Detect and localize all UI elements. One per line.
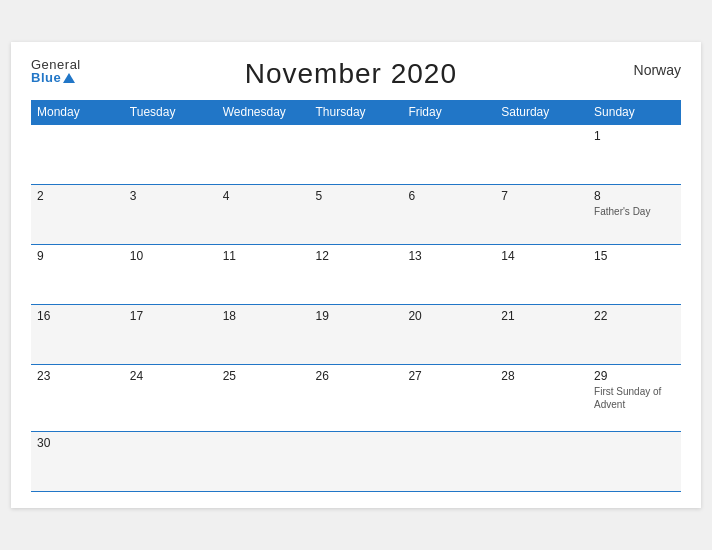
calendar-cell: 8Father's Day [588, 185, 681, 245]
calendar-cell: 4 [217, 185, 310, 245]
day-number: 8 [594, 189, 675, 203]
weekday-header: Tuesday [124, 100, 217, 125]
calendar-cell: 2 [31, 185, 124, 245]
day-number: 21 [501, 309, 582, 323]
day-number: 30 [37, 436, 118, 450]
day-number: 19 [316, 309, 397, 323]
day-number: 20 [408, 309, 489, 323]
day-number: 18 [223, 309, 304, 323]
calendar-cell: 28 [495, 365, 588, 432]
logo-row: Blue [31, 71, 75, 84]
calendar-cell: 6 [402, 185, 495, 245]
day-number: 13 [408, 249, 489, 263]
weekday-header: Thursday [310, 100, 403, 125]
event-label: Father's Day [594, 205, 675, 218]
calendar-cell: 29First Sunday of Advent [588, 365, 681, 432]
day-number: 6 [408, 189, 489, 203]
calendar-container: General Blue November 2020 Norway Monday… [11, 42, 701, 508]
calendar-cell: 24 [124, 365, 217, 432]
day-number: 25 [223, 369, 304, 383]
calendar-cell [217, 432, 310, 492]
day-number: 16 [37, 309, 118, 323]
day-number: 17 [130, 309, 211, 323]
calendar-cell [588, 432, 681, 492]
calendar-cell: 7 [495, 185, 588, 245]
weekday-header: Saturday [495, 100, 588, 125]
calendar-cell: 1 [588, 125, 681, 185]
calendar-cell: 25 [217, 365, 310, 432]
day-number: 22 [594, 309, 675, 323]
weekday-header: Monday [31, 100, 124, 125]
calendar-cell: 27 [402, 365, 495, 432]
calendar-cell [402, 125, 495, 185]
week-row: 9101112131415 [31, 245, 681, 305]
calendar-cell [31, 125, 124, 185]
logo-triangle-icon [63, 73, 75, 83]
day-number: 1 [594, 129, 675, 143]
calendar-cell: 23 [31, 365, 124, 432]
calendar-cell: 13 [402, 245, 495, 305]
day-number: 11 [223, 249, 304, 263]
calendar-cell: 14 [495, 245, 588, 305]
week-row: 30 [31, 432, 681, 492]
day-number: 10 [130, 249, 211, 263]
calendar-body: 12345678Father's Day91011121314151617181… [31, 125, 681, 492]
event-label: First Sunday of Advent [594, 385, 675, 411]
day-number: 26 [316, 369, 397, 383]
month-year-heading: November 2020 [81, 58, 621, 90]
calendar-cell: 22 [588, 305, 681, 365]
calendar-cell: 19 [310, 305, 403, 365]
week-row: 2345678Father's Day [31, 185, 681, 245]
day-number: 9 [37, 249, 118, 263]
calendar-cell [495, 125, 588, 185]
weekday-header: Sunday [588, 100, 681, 125]
calendar-cell: 21 [495, 305, 588, 365]
calendar-cell [217, 125, 310, 185]
week-row: 1 [31, 125, 681, 185]
day-number: 27 [408, 369, 489, 383]
calendar-header: General Blue November 2020 Norway [31, 58, 681, 90]
calendar-cell [402, 432, 495, 492]
weekday-header: Wednesday [217, 100, 310, 125]
calendar-cell: 26 [310, 365, 403, 432]
day-number: 7 [501, 189, 582, 203]
day-number: 15 [594, 249, 675, 263]
day-number: 23 [37, 369, 118, 383]
day-number: 12 [316, 249, 397, 263]
day-number: 2 [37, 189, 118, 203]
calendar-cell: 5 [310, 185, 403, 245]
day-number: 29 [594, 369, 675, 383]
week-row: 16171819202122 [31, 305, 681, 365]
calendar-cell: 9 [31, 245, 124, 305]
day-number: 28 [501, 369, 582, 383]
calendar-cell: 18 [217, 305, 310, 365]
calendar-cell [310, 125, 403, 185]
calendar-cell [124, 125, 217, 185]
day-number: 14 [501, 249, 582, 263]
calendar-cell: 10 [124, 245, 217, 305]
week-row: 23242526272829First Sunday of Advent [31, 365, 681, 432]
day-number: 24 [130, 369, 211, 383]
calendar-cell: 15 [588, 245, 681, 305]
calendar-cell: 3 [124, 185, 217, 245]
calendar-cell: 20 [402, 305, 495, 365]
calendar-table: MondayTuesdayWednesdayThursdayFridaySatu… [31, 100, 681, 492]
logo: General Blue [31, 58, 81, 84]
weekday-row: MondayTuesdayWednesdayThursdayFridaySatu… [31, 100, 681, 125]
day-number: 5 [316, 189, 397, 203]
calendar-header-row: MondayTuesdayWednesdayThursdayFridaySatu… [31, 100, 681, 125]
calendar-cell: 12 [310, 245, 403, 305]
calendar-cell: 17 [124, 305, 217, 365]
calendar-cell: 11 [217, 245, 310, 305]
day-number: 4 [223, 189, 304, 203]
day-number: 3 [130, 189, 211, 203]
country-label: Norway [621, 58, 681, 78]
weekday-header: Friday [402, 100, 495, 125]
calendar-cell: 16 [31, 305, 124, 365]
calendar-cell [124, 432, 217, 492]
calendar-cell [495, 432, 588, 492]
calendar-title: November 2020 [81, 58, 621, 90]
calendar-cell: 30 [31, 432, 124, 492]
logo-blue-text: Blue [31, 71, 61, 84]
calendar-cell [310, 432, 403, 492]
